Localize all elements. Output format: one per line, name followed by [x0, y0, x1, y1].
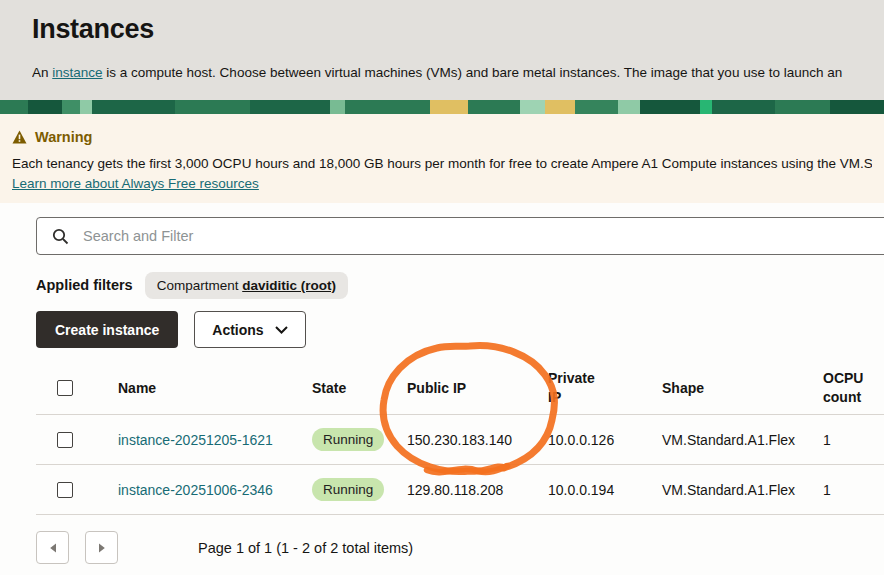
table-row: instance-20251006-2346 Running 129.80.11…: [36, 465, 884, 515]
warning-icon: [12, 130, 27, 144]
search-icon: [52, 228, 69, 245]
column-header-private-ip[interactable]: Private IP: [548, 369, 606, 405]
warning-title: Warning: [35, 129, 92, 145]
compartment-filter-chip[interactable]: Compartment daviditic (root): [145, 272, 348, 299]
row-checkbox[interactable]: [57, 482, 73, 498]
table-header-row: Name State Public IP Private IP Shape OC…: [36, 361, 884, 415]
description-text: is a compute host. Choose between virtua…: [103, 65, 843, 80]
column-header-shape[interactable]: Shape: [662, 380, 823, 396]
next-page-icon: [98, 543, 106, 553]
pagination-status: Page 1 of 1 (1 - 2 of 2 total items): [198, 540, 413, 556]
table-row: instance-20251205-1621 Running 150.230.1…: [36, 415, 884, 465]
applied-filters-row: Applied filters Compartment daviditic (r…: [36, 271, 884, 299]
chip-compartment-value[interactable]: daviditic (root): [242, 278, 336, 293]
page-title: Instances: [32, 14, 884, 45]
cell-private-ip: 10.0.0.194: [548, 482, 662, 498]
state-badge: Running: [312, 428, 384, 451]
applied-filters-label: Applied filters: [36, 277, 133, 293]
instance-doc-link[interactable]: instance: [52, 65, 102, 80]
state-badge: Running: [312, 478, 384, 501]
main-content: Applied filters Compartment daviditic (r…: [0, 203, 884, 564]
column-header-name[interactable]: Name: [118, 380, 312, 396]
warning-message: Each tenancy gets the first 3,000 OCPU h…: [12, 156, 872, 171]
toolbar: Create instance Actions: [36, 311, 884, 348]
chevron-down-icon: [275, 326, 288, 334]
always-free-link[interactable]: Learn more about Always Free resources: [12, 176, 259, 191]
pagination: Page 1 of 1 (1 - 2 of 2 total items): [36, 531, 884, 564]
row-checkbox[interactable]: [57, 432, 73, 448]
description-text: An: [32, 65, 52, 80]
column-header-state[interactable]: State: [312, 380, 407, 396]
cell-shape: VM.Standard.A1.Flex: [662, 432, 823, 448]
warning-panel: Warning Each tenancy gets the first 3,00…: [0, 114, 884, 203]
chip-prefix: Compartment: [157, 278, 243, 293]
instance-name-link[interactable]: instance-20251205-1621: [118, 432, 273, 448]
page-header: Instances An instance is a compute host.…: [0, 0, 884, 100]
decorative-banner: [0, 100, 884, 114]
previous-page-icon: [49, 543, 57, 553]
search-input[interactable]: [81, 227, 884, 245]
instance-name-link[interactable]: instance-20251006-2346: [118, 482, 273, 498]
page-description: An instance is a compute host. Choose be…: [32, 65, 884, 80]
select-all-checkbox[interactable]: [57, 380, 73, 396]
cell-ocpu-count: 1: [823, 482, 884, 498]
column-header-public-ip[interactable]: Public IP: [407, 380, 548, 396]
cell-public-ip: 150.230.183.140: [407, 432, 548, 448]
instances-table: Name State Public IP Private IP Shape OC…: [36, 361, 884, 515]
cell-shape: VM.Standard.A1.Flex: [662, 482, 823, 498]
column-header-ocpu-count[interactable]: OCPU count: [823, 369, 881, 405]
next-page-button[interactable]: [85, 531, 118, 564]
actions-button[interactable]: Actions: [194, 311, 305, 348]
search-filter-box[interactable]: [36, 217, 884, 255]
cell-ocpu-count: 1: [823, 432, 884, 448]
previous-page-button[interactable]: [36, 531, 69, 564]
cell-public-ip: 129.80.118.208: [407, 482, 548, 498]
create-instance-button[interactable]: Create instance: [36, 311, 178, 348]
cell-private-ip: 10.0.0.126: [548, 432, 662, 448]
actions-button-label: Actions: [212, 322, 263, 338]
